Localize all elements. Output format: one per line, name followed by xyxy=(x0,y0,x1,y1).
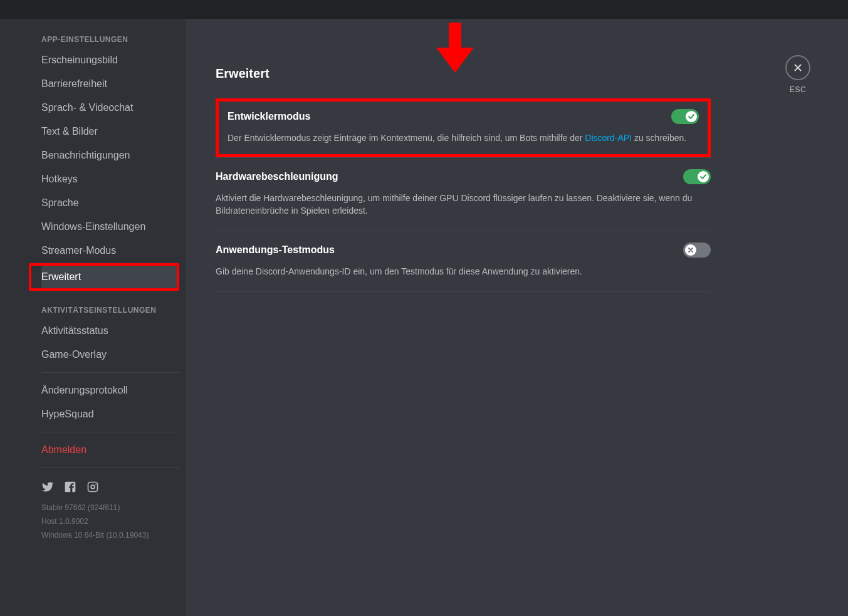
sidebar-item-advanced[interactable]: Erweitert xyxy=(41,266,177,288)
setting-description: Gib deine Discord-Anwendungs-ID ein, um … xyxy=(216,265,711,278)
version-line-2: Host 1.0.9002 xyxy=(41,513,179,527)
setting-title: Entwicklermodus xyxy=(228,111,310,122)
setting-divider xyxy=(216,291,711,292)
setting-title: Anwendungs-Testmodus xyxy=(216,244,335,256)
sidebar-separator xyxy=(41,467,179,468)
version-line-1: Stable 97662 (924f611) xyxy=(41,499,179,513)
setting-developer-mode: Entwicklermodus Der Entwicklermodus zeig… xyxy=(216,98,711,157)
setting-hardware-acceleration: Hardwarebeschleunigung Aktiviert die Har… xyxy=(216,158,711,231)
sidebar-item-appearance[interactable]: Erscheinungsbild xyxy=(41,49,179,71)
sidebar-item-accessibility[interactable]: Barrierefreiheit xyxy=(41,73,179,95)
toggle-application-test-mode[interactable] xyxy=(683,243,711,258)
sidebar-item-logout[interactable]: Abmelden xyxy=(41,439,179,461)
setting-application-test-mode: Anwendungs-Testmodus Gib deine Discord-A… xyxy=(216,231,711,291)
sidebar-item-windows-settings[interactable]: Windows-Einstellungen xyxy=(41,216,179,238)
sidebar-item-hypesquad[interactable]: HypeSquad xyxy=(41,403,179,425)
settings-content: ESC Erweitert Entwicklermodus Der Entwic… xyxy=(186,19,848,616)
window-titlebar xyxy=(0,0,848,19)
sidebar-separator xyxy=(41,432,179,432)
close-button[interactable] xyxy=(785,55,810,80)
sidebar-item-text-images[interactable]: Text & Bilder xyxy=(41,120,179,143)
discord-api-link[interactable]: Discord-API xyxy=(585,133,632,143)
sidebar-item-changelog[interactable]: Änderungsprotokoll xyxy=(41,379,179,402)
toggle-hardware-acceleration[interactable] xyxy=(683,169,711,184)
toggle-developer-mode[interactable] xyxy=(671,109,699,124)
setting-description: Aktiviert die Hardwarebeschleunigung, um… xyxy=(216,192,711,217)
sidebar-item-notifications[interactable]: Benachrichtigungen xyxy=(41,144,179,167)
facebook-icon[interactable] xyxy=(64,481,76,496)
close-label: ESC xyxy=(785,85,810,94)
sidebar-item-hotkeys[interactable]: Hotkeys xyxy=(41,168,179,191)
sidebar-section-app: APP-EINSTELLUNGEN xyxy=(41,31,179,48)
sidebar-item-voice-video[interactable]: Sprach- & Videochat xyxy=(41,97,179,119)
instagram-icon[interactable] xyxy=(86,481,99,496)
svg-marker-0 xyxy=(436,23,474,73)
setting-description: Der Entwicklermodus zeigt Einträge im Ko… xyxy=(228,132,699,144)
annotation-arrow-icon xyxy=(436,23,474,73)
sidebar-social-row xyxy=(41,474,179,499)
sidebar-separator xyxy=(41,372,179,373)
sidebar-item-streamer-mode[interactable]: Streamer-Modus xyxy=(41,239,179,262)
version-line-3: Windows 10 64-Bit (10.0.19043) xyxy=(41,527,179,541)
setting-title: Hardwarebeschleunigung xyxy=(216,171,338,182)
annotation-highlight-sidebar: Erweitert xyxy=(29,263,179,291)
sidebar-section-activity: AKTIVITÄTSEINSTELLUNGEN xyxy=(41,302,179,318)
settings-sidebar: APP-EINSTELLUNGEN Erscheinungsbild Barri… xyxy=(0,19,186,616)
sidebar-item-game-overlay[interactable]: Game-Overlay xyxy=(41,343,179,366)
twitter-icon[interactable] xyxy=(41,481,54,496)
sidebar-item-language[interactable]: Sprache xyxy=(41,192,179,214)
sidebar-item-activity-status[interactable]: Aktivitätsstatus xyxy=(41,320,179,342)
